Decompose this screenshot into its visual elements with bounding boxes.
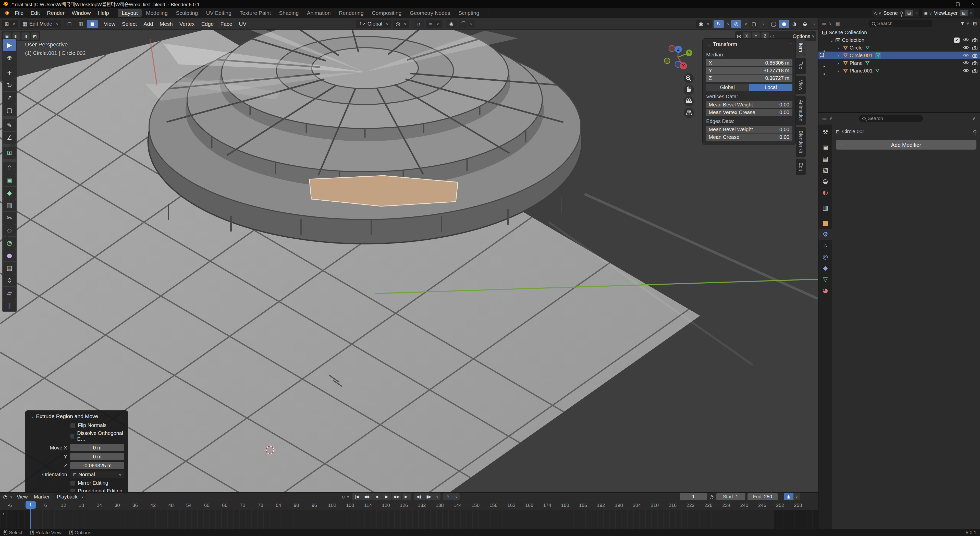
collection-checkbox[interactable]: ✓ — [954, 38, 959, 43]
outliner-row-plane[interactable]: •›Plane — [818, 59, 980, 67]
remove-view-layer-icon[interactable]: × — [970, 11, 973, 16]
menu-file[interactable]: File — [11, 10, 27, 16]
pivot-point-dropdown[interactable]: ◎∨ — [393, 20, 409, 28]
unlink-scene-icon[interactable]: × — [915, 11, 918, 16]
zoom-view-icon[interactable] — [684, 73, 694, 83]
tool-add-cube[interactable]: ⊞ — [3, 147, 16, 159]
menu-window[interactable]: Window — [68, 10, 94, 16]
next-frame-icon[interactable]: ▮▶ — [424, 493, 434, 500]
viewport-menu-select[interactable]: Select — [119, 21, 140, 27]
snap-magnet-icon[interactable]: ∩ — [414, 20, 424, 28]
tool-cursor[interactable]: ⊕ — [3, 52, 16, 64]
expand-chevron-icon[interactable]: › — [837, 52, 843, 59]
tool-measure[interactable]: ∠ — [3, 132, 16, 144]
move-y-field[interactable]: 0 m — [70, 453, 124, 460]
drag-dots-icon[interactable]: ∷ — [790, 42, 792, 47]
tool-transform[interactable]: ▢ — [3, 104, 16, 116]
proportional-editing-icon[interactable]: ◉ — [446, 20, 457, 28]
menu-edit[interactable]: Edit — [27, 10, 43, 16]
properties-tab-render[interactable]: ▣ — [818, 142, 832, 153]
viewport-menu-uv[interactable]: UV — [235, 21, 250, 27]
viewport-menu-view[interactable]: View — [100, 21, 119, 27]
orientation-dropdown[interactable]: ↑↗ Global ∨ — [356, 20, 391, 28]
properties-tab-data[interactable]: ▽ — [818, 274, 832, 285]
disable-render-icon[interactable] — [972, 68, 977, 73]
workspace-tab-shading[interactable]: Shading — [275, 9, 302, 17]
camera-view-icon[interactable] — [684, 96, 694, 107]
step-options-chevron[interactable]: ∨ — [434, 493, 441, 500]
properties-tab-tool[interactable]: ⚒ — [818, 127, 832, 138]
playback-dropdown[interactable]: Playback∨ — [54, 493, 86, 500]
stopwatch-icon[interactable]: ◔ — [710, 495, 714, 499]
median-x-field[interactable]: X0.85306 m — [706, 59, 792, 66]
sidebar-tab-blenderkit[interactable]: BlenderKit — [796, 127, 806, 157]
expand-chevron-icon[interactable]: › — [837, 60, 843, 66]
tool-shrink-fatten[interactable]: ⇕ — [3, 274, 16, 286]
viewport-3d[interactable]: ▣ ◧ ◨ ◩ ⋈ X Y Z ◌ Options ∨ User Perspec… — [0, 30, 818, 492]
axis-neg-x-ball[interactable] — [669, 45, 675, 52]
sidebar-tab-view[interactable]: View — [796, 76, 806, 94]
pin-id-icon[interactable] — [974, 130, 977, 133]
local-button[interactable]: Local — [749, 84, 792, 91]
tool-knife[interactable]: ✂ — [3, 212, 16, 224]
workspace-tab-uv-editing[interactable]: UV Editing — [202, 9, 235, 17]
move-z-field[interactable]: -0.069325 m — [70, 462, 124, 469]
edge-select-icon[interactable]: ▥ — [75, 20, 86, 28]
tool-annotate[interactable]: ✎ — [3, 119, 16, 131]
orientation-select[interactable]: ⊡ Normal ∨ — [70, 471, 124, 478]
expand-chevron-icon[interactable]: › — [837, 68, 843, 74]
tool-edge-slide[interactable]: ▤ — [3, 262, 16, 274]
hide-viewport-icon[interactable] — [963, 68, 969, 73]
start-frame-field[interactable]: Start 1 — [716, 493, 745, 500]
minimize-button[interactable]: ─ — [935, 0, 950, 8]
tool-spin[interactable]: ◔ — [3, 237, 16, 249]
viewport-menu-face[interactable]: Face — [217, 21, 236, 27]
prev-frame-icon[interactable]: ◀▮ — [414, 493, 424, 500]
keying-popover[interactable]: ○∨ — [342, 495, 349, 499]
options-dropdown[interactable]: Options ∨ — [793, 33, 815, 39]
disable-render-icon[interactable] — [972, 61, 977, 65]
tool-inset-faces[interactable]: ▣ — [3, 174, 16, 186]
expand-chevron-icon[interactable]: ⌄ — [830, 37, 835, 43]
timeline-snap-magnet-icon[interactable]: ∩ — [443, 493, 453, 500]
falloff-dropdown[interactable]: ⌒∨ — [458, 20, 475, 28]
add-modifier-button[interactable]: + Add Modifier — [836, 140, 977, 150]
current-frame-field[interactable]: 1 — [680, 493, 707, 500]
properties-tab-object[interactable]: ■ — [818, 218, 832, 229]
properties-tab-constraints[interactable]: ◆ — [818, 262, 832, 274]
editor-type-button[interactable]: ⊞∨ — [2, 20, 18, 28]
expand-chevron-icon[interactable]: › — [837, 45, 843, 51]
filter-button[interactable]: ▼∨ — [960, 21, 970, 26]
timeline-menu-view[interactable]: View — [14, 494, 31, 500]
hide-viewport-icon[interactable] — [963, 61, 969, 65]
grid-view-icon[interactable] — [684, 108, 694, 118]
play-icon[interactable]: ▶ — [382, 493, 391, 500]
shading-rendered-icon[interactable]: ◒ — [800, 20, 810, 28]
channel-expand-icon[interactable]: › — [3, 511, 4, 516]
jump-to-start-icon[interactable]: |◀ — [352, 493, 362, 500]
face-select-icon[interactable]: ■ — [87, 20, 98, 28]
tool-bevel[interactable]: ◆ — [3, 187, 16, 199]
shading-solid-icon[interactable]: ● — [779, 20, 789, 28]
timeline-editor-type-button[interactable]: ◔∨ — [2, 495, 14, 499]
dissolve-checkbox[interactable] — [70, 434, 75, 439]
workspace-tab-sculpting[interactable]: Sculpting — [172, 9, 202, 17]
workspace-tab-compositing[interactable]: Compositing — [368, 9, 406, 17]
vertices-field-1[interactable]: Mean Vertex Crease0.00 — [706, 109, 792, 116]
workspace-tab-layout[interactable]: Layout — [118, 9, 142, 17]
disable-render-icon[interactable] — [972, 38, 977, 42]
workspace-tab-modeling[interactable]: Modeling — [142, 9, 172, 17]
pan-view-icon[interactable] — [684, 85, 694, 95]
tool-poly-build[interactable]: ◇ — [3, 224, 16, 236]
properties-tab-world[interactable]: ◐ — [818, 187, 832, 198]
gizmo-toggle-icon[interactable]: ↻ — [714, 20, 724, 28]
tool-loop-cut[interactable]: ▥ — [3, 199, 16, 212]
tool-extrude-region[interactable]: ⇧ — [3, 162, 16, 174]
workspace-tab-rendering[interactable]: Rendering — [335, 9, 368, 17]
outliner-display-mode-button[interactable]: ≔∨ — [821, 21, 833, 26]
sidebar-tab-animation[interactable]: Animation — [796, 96, 806, 125]
new-scene-icon[interactable]: ⊞ — [905, 10, 913, 16]
blender-app-icon[interactable] — [4, 10, 10, 16]
visibility-dropdown[interactable]: ◉∨ — [696, 20, 712, 28]
playhead[interactable]: 1 — [25, 501, 36, 509]
